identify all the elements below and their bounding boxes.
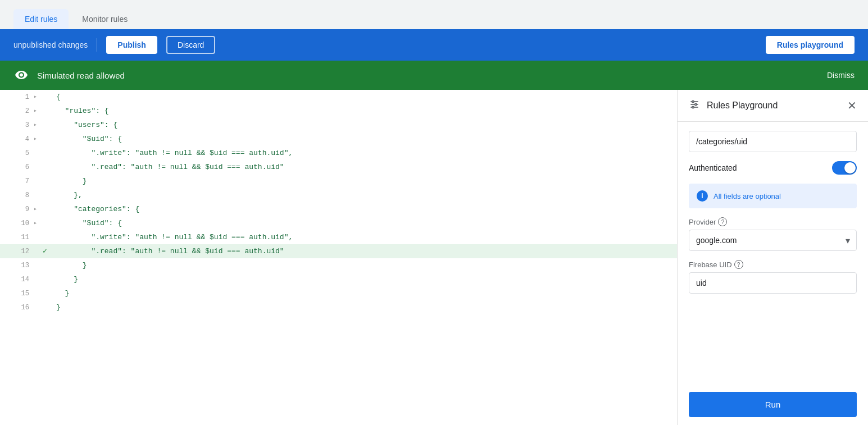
svg-point-3 — [692, 100, 694, 102]
code-editor[interactable]: 1▸{2▸ "rules": {3▸ "users": {4▸ "$uid": … — [0, 90, 677, 425]
line-number: 1 — [0, 90, 34, 104]
path-input[interactable] — [689, 131, 857, 152]
line-number: 8 — [0, 188, 34, 202]
info-box: i All fields are optional — [689, 184, 857, 208]
code-line: { — [54, 90, 677, 104]
line-check — [43, 146, 54, 160]
line-check — [43, 160, 54, 174]
sidebar-title: Rules Playground — [707, 100, 847, 111]
line-number: 6 — [0, 160, 34, 174]
info-icon: i — [697, 190, 708, 202]
code-line: } — [54, 272, 677, 286]
publish-button[interactable]: Publish — [106, 36, 157, 54]
sidebar-header: Rules Playground ✕ — [678, 90, 868, 122]
line-arrow — [34, 286, 43, 300]
provider-select[interactable]: google.comemail/passwordanonymousphone — [689, 230, 857, 251]
line-check — [43, 174, 54, 188]
line-check — [43, 272, 54, 286]
line-arrow: ▸ — [34, 104, 43, 118]
divider — [97, 38, 97, 52]
discard-button[interactable]: Discard — [166, 36, 215, 54]
code-line: } — [54, 300, 677, 314]
simulated-message: Simulated read allowed — [37, 71, 125, 80]
code-line: ".write": "auth != null && $uid === auth… — [54, 230, 677, 244]
line-arrow — [34, 230, 43, 244]
line-arrow — [34, 272, 43, 286]
code-line: ".read": "auth != null && $uid === auth.… — [54, 244, 677, 258]
line-arrow: ▸ — [34, 216, 43, 230]
tab-monitor-rules[interactable]: Monitor rules — [71, 9, 139, 29]
svg-point-5 — [692, 106, 694, 108]
line-check — [43, 118, 54, 132]
line-number: 13 — [0, 258, 34, 272]
svg-point-4 — [695, 103, 697, 105]
line-arrow: ▸ — [34, 132, 43, 146]
info-text: All fields are optional — [714, 192, 781, 200]
firebase-uid-label: Firebase UID ? — [689, 260, 857, 269]
tab-bar: Edit rules Monitor rules — [0, 0, 868, 29]
line-arrow: ▸ — [34, 90, 43, 104]
sliders-icon — [689, 99, 700, 112]
firebase-uid-help-icon[interactable]: ? — [734, 260, 743, 269]
unpublished-label: unpublished changes — [13, 40, 88, 49]
provider-field: Provider ? google.comemail/passwordanony… — [689, 217, 857, 251]
line-check — [43, 188, 54, 202]
rules-playground-sidebar: Rules Playground ✕ Authenticated — [677, 90, 868, 425]
line-number: 9 — [0, 202, 34, 216]
authenticated-row: Authenticated — [689, 161, 857, 175]
simulated-bar: Simulated read allowed Dismiss — [0, 61, 868, 90]
line-check — [43, 258, 54, 272]
line-arrow: ▸ — [34, 118, 43, 132]
line-check — [43, 202, 54, 216]
line-arrow — [34, 258, 43, 272]
firebase-uid-field: Firebase UID ? — [689, 260, 857, 294]
line-number: 14 — [0, 272, 34, 286]
line-arrow — [34, 244, 43, 258]
rules-playground-button[interactable]: Rules playground — [766, 36, 855, 54]
line-arrow — [34, 160, 43, 174]
provider-label: Provider ? — [689, 217, 857, 226]
authenticated-toggle[interactable] — [832, 161, 857, 175]
line-check — [43, 300, 54, 314]
provider-help-icon[interactable]: ? — [718, 217, 727, 226]
line-check — [43, 132, 54, 146]
line-arrow — [34, 174, 43, 188]
editor-wrapper: 1▸{2▸ "rules": {3▸ "users": {4▸ "$uid": … — [0, 90, 868, 425]
run-button[interactable]: Run — [689, 392, 857, 417]
sidebar-body: Authenticated i All fields are optional — [678, 122, 868, 425]
line-check — [43, 286, 54, 300]
line-number: 3 — [0, 118, 34, 132]
line-check — [43, 90, 54, 104]
code-line: ".write": "auth != null && $uid === auth… — [54, 146, 677, 160]
publish-bar: unpublished changes Publish Discard Rule… — [0, 29, 868, 61]
line-number: 5 — [0, 146, 34, 160]
code-line: } — [54, 286, 677, 300]
dismiss-button[interactable]: Dismiss — [827, 71, 855, 80]
code-line: "$uid": { — [54, 216, 677, 230]
code-line: }, — [54, 188, 677, 202]
firebase-uid-input[interactable] — [689, 272, 857, 294]
code-line: } — [54, 174, 677, 188]
tab-edit-rules[interactable]: Edit rules — [13, 9, 69, 29]
code-line: "$uid": { — [54, 132, 677, 146]
line-number: 11 — [0, 230, 34, 244]
line-number: 15 — [0, 286, 34, 300]
close-button[interactable]: ✕ — [847, 100, 857, 111]
line-check: ✓ — [43, 244, 54, 258]
line-number: 7 — [0, 174, 34, 188]
main-content: Simulated read allowed Dismiss 1▸{2▸ "ru… — [0, 61, 868, 425]
code-line: "users": { — [54, 118, 677, 132]
provider-select-wrapper: google.comemail/passwordanonymousphone ▾ — [689, 230, 857, 251]
line-number: 4 — [0, 132, 34, 146]
authenticated-label: Authenticated — [689, 163, 737, 172]
line-number: 16 — [0, 300, 34, 314]
line-number: 10 — [0, 216, 34, 230]
line-arrow — [34, 300, 43, 314]
code-line: "rules": { — [54, 104, 677, 118]
code-line: "categories": { — [54, 202, 677, 216]
eye-icon — [13, 67, 29, 83]
line-arrow — [34, 146, 43, 160]
code-line: ".read": "auth != null && $uid === auth.… — [54, 160, 677, 174]
line-number: 2 — [0, 104, 34, 118]
line-check — [43, 230, 54, 244]
